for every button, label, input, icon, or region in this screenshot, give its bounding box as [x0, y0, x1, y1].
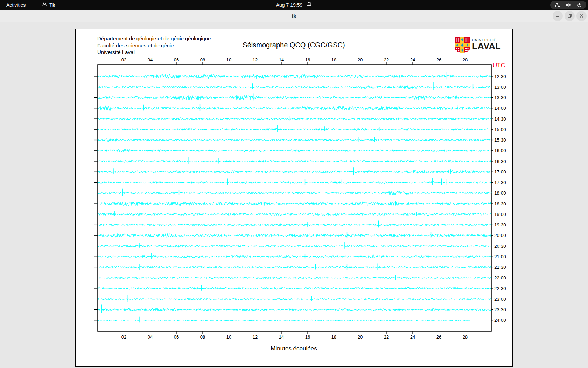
x-tick-label-bottom: 20 [358, 334, 363, 340]
x-tick-label-top: 18 [331, 57, 336, 62]
time-label: 22:00 [494, 275, 506, 280]
laval-shield-icon [455, 37, 470, 54]
logo-laval-text: LAVAL [472, 42, 501, 50]
time-label: 22:30 [494, 286, 506, 291]
trace-row [98, 255, 491, 258]
time-label: 12:30 [494, 74, 506, 79]
x-tick-label-top: 14 [279, 57, 284, 62]
x-tick-label-bottom: 26 [436, 334, 441, 340]
window-title-bar: tk [0, 10, 588, 22]
system-tray[interactable] [550, 1, 586, 9]
chart-title: Séismographe QCQ (CGC/GSC) [97, 41, 491, 49]
time-label: 17:00 [494, 169, 506, 175]
x-tick-label-top: 22 [384, 57, 389, 62]
time-label: 13:30 [494, 95, 506, 100]
time-label: 16:00 [494, 148, 506, 153]
time-label: 23:00 [494, 297, 506, 302]
x-tick-label-top: 24 [410, 57, 415, 62]
close-button[interactable] [576, 11, 587, 21]
x-tick-label-top: 10 [226, 57, 231, 62]
minimize-button[interactable] [553, 11, 563, 21]
trace-row [98, 233, 491, 237]
trace-row [98, 149, 491, 152]
x-tick-label-top: 16 [305, 57, 310, 62]
time-label: 21:30 [494, 265, 506, 270]
network-icon [554, 2, 560, 7]
x-tick-label-top: 08 [200, 57, 205, 62]
x-tick-label-bottom: 28 [463, 334, 468, 340]
time-label: 14:00 [494, 105, 506, 111]
time-label: 20:00 [494, 233, 506, 238]
clock[interactable]: Aug 7 19:59 [276, 2, 303, 8]
seismograph-canvas: Département de géologie et de génie géol… [75, 29, 513, 367]
trace-row [98, 106, 491, 111]
x-tick-label-bottom: 10 [226, 334, 231, 340]
x-tick-label-bottom: 06 [174, 334, 179, 340]
x-tick-label-bottom: 08 [200, 334, 205, 340]
power-icon [577, 2, 582, 8]
time-label: 19:30 [494, 222, 506, 227]
top-bar: Aug 7 19:59 Activities Tk [0, 0, 588, 10]
x-axis-label: Minutes écoulées [97, 345, 491, 352]
notifications-muted-icon [307, 2, 312, 8]
x-tick-label-top: 04 [148, 57, 153, 62]
time-label: 15:00 [494, 127, 506, 132]
x-tick-label-bottom: 18 [331, 334, 336, 340]
trace-row [98, 277, 491, 279]
volume-icon [566, 2, 571, 7]
trace-row [98, 298, 491, 300]
time-label: 21:00 [494, 254, 506, 259]
x-tick-label-top: 12 [253, 57, 258, 62]
x-tick-label-bottom: 16 [305, 334, 310, 340]
maximize-button[interactable] [565, 11, 575, 21]
time-label: 14:30 [494, 116, 506, 122]
trace-row [98, 170, 491, 173]
x-tick-label-bottom: 24 [410, 334, 415, 340]
trace-row [98, 117, 491, 120]
trace-row [98, 95, 491, 100]
x-tick-label-bottom: 14 [279, 334, 284, 340]
time-label: 19:00 [494, 212, 506, 217]
trace-row [98, 202, 491, 206]
time-label: 24:00 [494, 318, 506, 323]
helicorder-svg: 0202040406060808101012121414161618182020… [90, 57, 513, 343]
tk-window-body: Département de géologie et de génie géol… [0, 22, 588, 368]
x-tick-label-bottom: 04 [148, 334, 153, 340]
x-tick-label-top: 26 [436, 57, 441, 62]
x-tick-label-top: 02 [121, 57, 126, 62]
trace-row [98, 308, 491, 311]
trace-row [98, 138, 491, 142]
trace-row [98, 128, 491, 130]
trace-row [98, 224, 491, 226]
x-tick-label-top: 06 [174, 57, 179, 62]
plot-frame [98, 65, 491, 331]
window-title: tk [0, 10, 588, 22]
trace-row [98, 160, 491, 162]
trace-row [98, 320, 471, 321]
time-label: 13:00 [494, 84, 506, 90]
tk-icon [42, 2, 47, 8]
time-label: 18:00 [494, 190, 506, 196]
time-label: 23:30 [494, 307, 506, 312]
time-label: 17:30 [494, 180, 506, 185]
universite-laval-logo: UNIVERSITÉ LAVAL [455, 37, 501, 54]
activities-button[interactable]: Activities [0, 0, 32, 10]
time-label: 16:30 [494, 159, 506, 164]
x-tick-label-bottom: 12 [253, 334, 258, 340]
x-tick-label-top: 20 [358, 57, 363, 62]
time-label: 20:30 [494, 244, 506, 249]
time-label: 18:30 [494, 201, 506, 206]
trace-row [98, 287, 491, 290]
x-tick-label-top: 28 [463, 57, 468, 62]
trace-row [98, 266, 491, 268]
header-line-3: Université Laval [97, 49, 211, 56]
trace-row [98, 245, 491, 248]
tk-app-indicator[interactable]: Tk [42, 2, 55, 8]
trace-row [98, 191, 491, 195]
time-label: 15:30 [494, 137, 506, 143]
trace-row [98, 213, 491, 216]
x-tick-label-bottom: 02 [121, 334, 126, 340]
trace-row [98, 85, 491, 89]
trace-row [98, 74, 491, 79]
x-tick-label-bottom: 22 [384, 334, 389, 340]
